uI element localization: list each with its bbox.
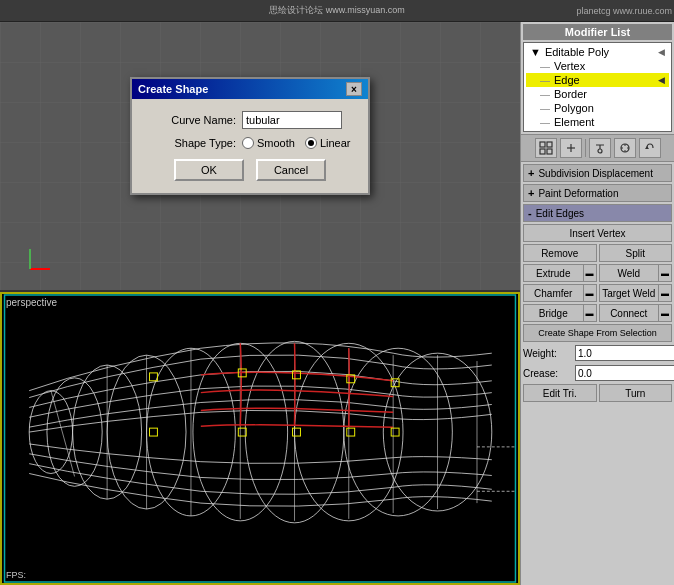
- crease-input[interactable]: [575, 365, 674, 381]
- cancel-button[interactable]: Cancel: [256, 159, 326, 181]
- dialog-titlebar: Create Shape ×: [132, 79, 368, 99]
- element-label: Element: [554, 116, 594, 128]
- split-button[interactable]: Split: [599, 244, 673, 262]
- edit-edges-label: Edit Edges: [536, 208, 584, 219]
- curve-name-row: Curve Name:: [146, 111, 354, 129]
- toolbar-btn-5[interactable]: [639, 138, 661, 158]
- bottom-viewport: perspective Poly Vert FPS:: [0, 292, 520, 585]
- edit-panel: + Subdivision Displacement + Paint Defor…: [521, 162, 674, 585]
- target-weld-group: Target Weld ▬: [599, 284, 673, 302]
- toolbar-btn-2[interactable]: [560, 138, 582, 158]
- bridge-button[interactable]: Bridge: [523, 304, 583, 322]
- dialog-title: Create Shape: [138, 83, 208, 95]
- dialog-close-button[interactable]: ×: [346, 82, 362, 96]
- top-bar-logo: planetcg www.ruue.com: [576, 6, 672, 16]
- vertex-label: Vertex: [554, 60, 585, 72]
- toolbar-icon-5: [643, 141, 657, 155]
- editable-poly-item[interactable]: ▼ Editable Poly ◀: [526, 45, 669, 59]
- viewport-perspective-label: perspective: [6, 297, 57, 308]
- connect-arrow-button[interactable]: ▬: [658, 304, 672, 322]
- weld-button[interactable]: Weld: [599, 264, 659, 282]
- paint-label: Paint Deformation: [538, 188, 618, 199]
- smooth-radio-circle[interactable]: [242, 137, 254, 149]
- main-layout: Create Shape × Curve Name: Shape Type:: [0, 22, 674, 585]
- crease-row: Crease: ▲ ▼: [523, 364, 672, 382]
- chamfer-arrow-button[interactable]: ▬: [583, 284, 597, 302]
- toolbar-icon-3: [593, 141, 607, 155]
- ep-arrow: ◀: [658, 47, 665, 57]
- toolbar-btn-4[interactable]: [614, 138, 636, 158]
- top-bar: 思绘设计论坛 www.missyuan.com planetcg www.ruu…: [0, 0, 674, 22]
- curve-name-input[interactable]: [242, 111, 342, 129]
- edit-edges-section-btn[interactable]: - Edit Edges: [523, 204, 672, 222]
- vertex-item[interactable]: — Vertex: [526, 59, 669, 73]
- axis-x: [30, 268, 50, 270]
- dialog-content: Curve Name: Shape Type: Smooth: [132, 99, 368, 193]
- create-shape-dialog: Create Shape × Curve Name: Shape Type:: [130, 77, 370, 195]
- edge-arrow: ◀: [658, 75, 665, 85]
- connect-button[interactable]: Connect: [599, 304, 659, 322]
- polygon-item[interactable]: — Polygon: [526, 101, 669, 115]
- toolbar-icon-2: [564, 141, 578, 155]
- subdivision-label: Subdivision Displacement: [538, 168, 653, 179]
- linear-label: Linear: [320, 137, 351, 149]
- editable-poly-label: Editable Poly: [545, 46, 609, 58]
- right-panel: Modifier List ▼ Editable Poly ◀ — Vertex…: [520, 22, 674, 585]
- smooth-radio[interactable]: Smooth: [242, 137, 295, 149]
- toolbar-divider-1: [585, 139, 586, 157]
- editable-poly-triangle: ▼: [530, 46, 541, 58]
- edit-tri-button[interactable]: Edit Tri.: [523, 384, 597, 402]
- connect-group: Connect ▬: [599, 304, 673, 322]
- remove-button[interactable]: Remove: [523, 244, 597, 262]
- bridge-arrow-button[interactable]: ▬: [583, 304, 597, 322]
- axis-indicator: [15, 240, 45, 270]
- weld-group: Weld ▬: [599, 264, 673, 282]
- modifier-title: Modifier List: [523, 24, 672, 40]
- dialog-buttons: OK Cancel: [146, 159, 354, 181]
- insert-vertex-button[interactable]: Insert Vertex: [523, 224, 672, 242]
- svg-rect-26: [540, 149, 545, 154]
- extrude-group: Extrude ▬: [523, 264, 597, 282]
- extrude-arrow-button[interactable]: ▬: [583, 264, 597, 282]
- svg-rect-24: [540, 142, 545, 147]
- shape-type-row: Shape Type: Smooth Linear: [146, 137, 354, 149]
- smooth-label: Smooth: [257, 137, 295, 149]
- toolbar-btn-3[interactable]: [589, 138, 611, 158]
- svg-rect-0: [4, 294, 517, 583]
- chamfer-group: Chamfer ▬: [523, 284, 597, 302]
- linear-radio[interactable]: Linear: [305, 137, 351, 149]
- svg-point-30: [598, 149, 602, 153]
- modifier-list-area: Modifier List ▼ Editable Poly ◀ — Vertex…: [521, 22, 674, 135]
- turn-button[interactable]: Turn: [599, 384, 673, 402]
- bridge-group: Bridge ▬: [523, 304, 597, 322]
- edge-label: Edge: [554, 74, 580, 86]
- create-shape-button[interactable]: Create Shape From Selection: [523, 324, 672, 342]
- border-label: Border: [554, 88, 587, 100]
- toolbar-btn-1[interactable]: [535, 138, 557, 158]
- extrude-button[interactable]: Extrude: [523, 264, 583, 282]
- bridge-connect-row: Bridge ▬ Connect ▬: [523, 304, 672, 322]
- element-item[interactable]: — Element: [526, 115, 669, 129]
- chamfer-targetweld-row: Chamfer ▬ Target Weld ▬: [523, 284, 672, 302]
- border-item[interactable]: — Border: [526, 87, 669, 101]
- shape-type-radio-group: Smooth Linear: [242, 137, 351, 149]
- weld-arrow-button[interactable]: ▬: [658, 264, 672, 282]
- ok-button[interactable]: OK: [174, 159, 244, 181]
- chamfer-button[interactable]: Chamfer: [523, 284, 583, 302]
- target-weld-arrow-button[interactable]: ▬: [658, 284, 672, 302]
- edge-item[interactable]: — Edge ◀: [526, 73, 669, 87]
- modifier-list: ▼ Editable Poly ◀ — Vertex — Edge ◀ — Bo…: [523, 42, 672, 132]
- linear-radio-circle[interactable]: [305, 137, 317, 149]
- viewport-area: Create Shape × Curve Name: Shape Type:: [0, 22, 520, 585]
- paint-section-btn[interactable]: + Paint Deformation: [523, 184, 672, 202]
- shape-type-label: Shape Type:: [146, 137, 236, 149]
- subdivision-section-btn[interactable]: + Subdivision Displacement: [523, 164, 672, 182]
- toolbar-row: [521, 135, 674, 162]
- top-viewport: Create Shape × Curve Name: Shape Type:: [0, 22, 520, 292]
- target-weld-button[interactable]: Target Weld: [599, 284, 659, 302]
- toolbar-icon-4: [618, 141, 632, 155]
- weight-input[interactable]: [575, 345, 674, 361]
- weight-row: Weight: ▲ ▼: [523, 344, 672, 362]
- svg-rect-25: [547, 142, 552, 147]
- watermark: 思绘设计论坛 www.missyuan.com: [269, 4, 405, 17]
